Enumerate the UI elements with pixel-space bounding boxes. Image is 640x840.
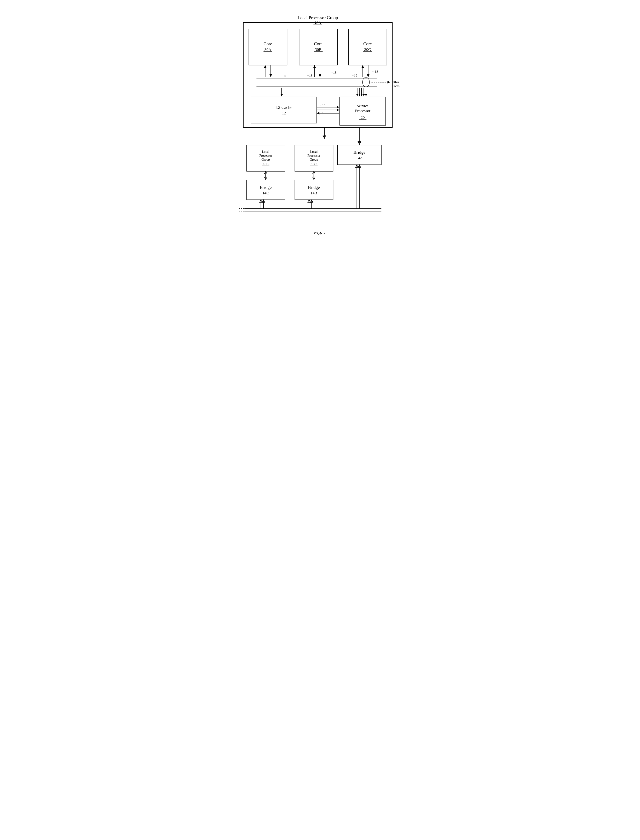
bridge-14c-id: 14C (262, 191, 269, 195)
bridge-14a-label: Bridge (354, 150, 366, 155)
lpg-10b-id: 10B (263, 162, 269, 166)
sp-id: 20 (361, 115, 365, 120)
arrow-up-30a (264, 65, 266, 68)
svg-text:⌣: ⌣ (373, 70, 374, 73)
arrow-down-30c (367, 74, 370, 77)
svg-text:⌣: ⌣ (320, 111, 322, 114)
bridge-14b-label: Bridge (308, 185, 320, 190)
arrow-other-cores (387, 81, 390, 83)
l2-cache-id: 12 (282, 111, 286, 115)
svg-text:Processor: Processor (259, 154, 272, 157)
lpg-10c-id: 10C (311, 162, 317, 166)
svg-marker-31 (358, 94, 360, 96)
bus-label-18c: 18 (375, 70, 378, 73)
svg-text:⌣: ⌣ (282, 74, 283, 77)
arrow-down-30a (269, 74, 272, 77)
svg-text:Group: Group (310, 158, 318, 161)
core-30c-id: 30C (364, 47, 371, 52)
bus-label-18b: 18 (333, 71, 336, 74)
connection-oval (363, 77, 370, 87)
svg-text:Processor: Processor (355, 109, 371, 113)
core-30b-label: Core (314, 42, 323, 46)
svg-text:⌣: ⌣ (307, 74, 309, 77)
svg-marker-32 (360, 94, 363, 96)
core-30b-id: 30B (315, 47, 322, 52)
svg-rect-2 (249, 29, 287, 65)
bridge-14a-id: 14A (356, 156, 363, 160)
svg-marker-46 (317, 112, 319, 114)
bridge-14c-label: Bridge (260, 185, 272, 190)
svg-rect-6 (349, 29, 387, 65)
arrow-down-to-l2 (280, 94, 283, 96)
svg-text:Processor: Processor (307, 154, 320, 157)
svg-text:⌣: ⌣ (331, 71, 333, 74)
svg-rect-70 (295, 180, 333, 200)
svg-rect-58 (338, 145, 381, 164)
bus-label-16: 16 (284, 74, 287, 78)
lpg-10b-line1: Local (262, 150, 269, 153)
bus-label-18-l2sp: 18 (322, 103, 325, 107)
bus-label-19-l2sp: 19 (322, 111, 325, 115)
svg-marker-44 (337, 109, 339, 111)
svg-rect-4 (299, 29, 338, 65)
arrow-down-30b (318, 74, 321, 77)
arrow-up-30c (362, 65, 364, 68)
figure-label: Fig. 1 (237, 229, 403, 235)
arrow-up-30b (313, 65, 316, 68)
sp-label: Service (357, 104, 368, 108)
core-30a-label: Core (264, 42, 272, 46)
svg-marker-33 (363, 94, 365, 96)
group-id-10a: 10A (314, 21, 322, 25)
svg-rect-36 (251, 97, 317, 123)
bus-label-19a: 19 (354, 74, 357, 77)
svg-marker-42 (337, 106, 339, 109)
svg-text:⌣: ⌣ (320, 103, 322, 106)
l2-cache-label: L2 Cache (275, 105, 292, 110)
bus-label-18a: 18 (309, 74, 312, 77)
lpg-10c-line1: Local (310, 150, 317, 153)
main-title: Local Processor Group (298, 15, 338, 20)
diagram-svg: Local Processor Group 10A Core 30A Core … (237, 9, 403, 224)
svg-text:Group: Group (261, 158, 270, 161)
diagram-container: Local Processor Group 10A Core 30A Core … (237, 9, 403, 235)
svg-marker-30 (356, 94, 358, 96)
core-30c-label: Core (363, 42, 372, 46)
svg-text:⌣: ⌣ (352, 74, 354, 77)
page: Local Processor Group 10A Core 30A Core … (232, 5, 408, 240)
bridge-14b-id: 14B (310, 191, 317, 195)
svg-marker-34 (365, 94, 367, 96)
svg-rect-68 (247, 180, 285, 200)
other-cores-label: Other (392, 80, 400, 84)
svg-text:Cores: Cores (392, 84, 400, 88)
core-30a-id: 30A (264, 47, 272, 52)
